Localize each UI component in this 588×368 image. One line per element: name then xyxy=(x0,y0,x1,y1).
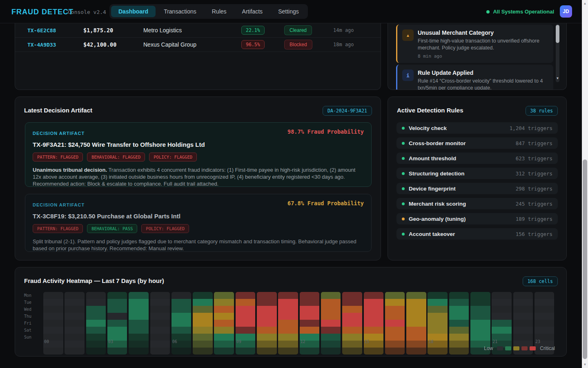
heatmap-row-label: Sun xyxy=(24,334,40,341)
heatmap-cell xyxy=(342,306,362,313)
legend-swatches xyxy=(497,346,536,350)
heatmap-row-label: Fri xyxy=(24,320,40,327)
heatmap-cell xyxy=(193,313,213,320)
heatmap-column[interactable] xyxy=(300,292,320,355)
alerts-scrollbar-thumb[interactable] xyxy=(556,25,559,43)
heatmap-cell xyxy=(385,313,405,320)
scroll-down-icon[interactable]: ▼ xyxy=(582,363,588,366)
cells-count-badge[interactable]: 168 cells xyxy=(523,276,558,286)
heatmap-column[interactable] xyxy=(278,292,298,355)
heatmap-cell xyxy=(449,320,469,327)
heatmap-column[interactable] xyxy=(342,292,362,355)
heatmap-cell xyxy=(278,299,298,306)
heatmap-cell xyxy=(513,299,533,306)
heatmap-column[interactable] xyxy=(129,292,149,355)
heatmap-column[interactable] xyxy=(214,292,234,355)
heatmap-hour-tick: 23 xyxy=(535,339,540,344)
heatmap-cell xyxy=(342,299,362,306)
heatmap-cell xyxy=(449,292,469,299)
heatmap-cell xyxy=(406,292,426,299)
table-row[interactable]: TX-6E2C88$1,875.20Metro Logistics22.1%Cl… xyxy=(15,23,381,38)
heatmap-cell xyxy=(193,306,213,313)
heatmap-column[interactable] xyxy=(406,292,426,355)
rule-row[interactable]: Device fingerprint298 triggers xyxy=(396,183,558,194)
heatmap-column[interactable] xyxy=(65,292,85,355)
legend-swatch xyxy=(505,346,511,350)
heatmap-cell xyxy=(449,327,469,334)
rule-row[interactable]: Amount threshold623 triggers xyxy=(396,153,558,164)
judge-tag-flagged: PATTERN: FLAGGED xyxy=(33,153,83,162)
heatmap-column[interactable] xyxy=(449,292,469,355)
heatmap-column[interactable] xyxy=(364,292,384,355)
heatmap-cell-fade xyxy=(86,341,106,348)
heatmap-column[interactable] xyxy=(257,292,277,355)
heatmap-cell-fade xyxy=(236,348,256,355)
rule-row[interactable]: Account takeover156 triggers xyxy=(396,228,558,240)
heatmap-cell xyxy=(43,306,63,313)
heatmap-cell xyxy=(214,299,234,306)
page-scrollbar[interactable]: ▲ ▼ xyxy=(582,0,588,368)
table-row[interactable]: TX-4A9D33$42,100.00Nexus Capital Group96… xyxy=(15,38,381,52)
heatmap-column[interactable] xyxy=(428,292,448,355)
tab-dashboard[interactable]: Dashboard xyxy=(111,6,156,17)
heatmap-cell xyxy=(428,320,448,327)
tab-artifacts[interactable]: Artifacts xyxy=(235,6,270,17)
rule-row[interactable]: Cross-border monitor847 triggers xyxy=(396,137,558,149)
rule-row[interactable]: Geo-anomaly (tuning)189 triggers xyxy=(396,213,558,224)
decision-artifact-card[interactable]: DECISION ARTIFACT 98.7% Fraud Probabilit… xyxy=(25,122,372,187)
heatmap-column[interactable] xyxy=(385,292,405,355)
heatmap-hour-tick: 09 xyxy=(236,339,241,344)
heatmap-cell xyxy=(107,313,127,320)
alerts-scroll-down-icon[interactable]: ▼ xyxy=(556,76,559,80)
rule-row[interactable]: Structuring detection312 triggers xyxy=(396,168,558,179)
tab-transactions[interactable]: Transactions xyxy=(156,6,204,17)
fraud-probability: 98.7% Fraud Probability xyxy=(287,128,364,135)
rules-count-badge[interactable]: 38 rules xyxy=(526,106,558,116)
tab-settings[interactable]: Settings xyxy=(271,6,306,17)
decision-artifact-card[interactable]: DECISION ARTIFACT 67.8% Fraud Probabilit… xyxy=(25,194,372,252)
heatmap-column[interactable] xyxy=(172,292,192,355)
alerts-scrollbar[interactable] xyxy=(556,24,559,82)
heatmap-cell xyxy=(535,327,555,334)
page-scrollbar-thumb[interactable] xyxy=(583,159,587,359)
heatmap-column[interactable] xyxy=(107,292,127,355)
heatmap-cell xyxy=(535,320,555,327)
heatmap-column[interactable] xyxy=(150,292,170,355)
heatmap-cell xyxy=(492,320,512,327)
heatmap-cell xyxy=(150,327,170,334)
heatmap-cell xyxy=(278,313,298,320)
alert-card[interactable]: iRule Update AppliedRule #14 “Cross-bord… xyxy=(396,65,553,90)
heatmap-column[interactable] xyxy=(236,292,256,355)
heatmap-cell xyxy=(535,299,555,306)
rule-name: Device fingerprint xyxy=(409,186,456,192)
nav-tabs: DashboardTransactionsRulesArtifactsSetti… xyxy=(109,4,308,19)
heatmap-column[interactable] xyxy=(86,292,106,355)
heatmap-cell xyxy=(428,306,448,313)
scroll-up-icon[interactable]: ▲ xyxy=(582,2,588,5)
heatmap-cell xyxy=(214,327,234,334)
heatmap-cell-fade xyxy=(86,348,106,355)
heatmap-column[interactable] xyxy=(193,292,213,355)
heatmap-cell xyxy=(321,292,341,299)
user-avatar[interactable]: JD xyxy=(560,5,572,18)
heatmap-cell-fade xyxy=(278,348,298,355)
rule-row[interactable]: Merchant risk scoring245 triggers xyxy=(396,198,558,209)
heatmap-column[interactable] xyxy=(321,292,341,355)
rule-trigger-count: 623 triggers xyxy=(516,155,552,162)
system-status: All Systems Operational xyxy=(486,9,554,15)
transactions-table: TX-6E2C88$1,875.20Metro Logistics22.1%Cl… xyxy=(15,23,381,52)
heatmap-cell xyxy=(129,306,149,313)
heatmap-cell xyxy=(86,320,106,327)
tab-rules[interactable]: Rules xyxy=(205,6,234,17)
heatmap-cell xyxy=(342,334,362,341)
alert-card[interactable]: ▲Unusual Merchant CategoryFirst-time hig… xyxy=(396,25,553,63)
brand-logo: FRAUD DETECT xyxy=(11,8,74,16)
heatmap-column[interactable] xyxy=(43,292,63,355)
heatmap-cell xyxy=(364,320,384,327)
rule-trigger-count: 189 triggers xyxy=(516,216,552,222)
console-version: Console v2.4 xyxy=(68,9,106,15)
artifact-id-badge[interactable]: DA-2024-9F3A21 xyxy=(323,106,372,116)
rule-row[interactable]: Velocity check1,204 triggers xyxy=(396,122,558,134)
heatmap-cell xyxy=(470,334,490,341)
heatmap-cell-fade xyxy=(300,348,320,355)
